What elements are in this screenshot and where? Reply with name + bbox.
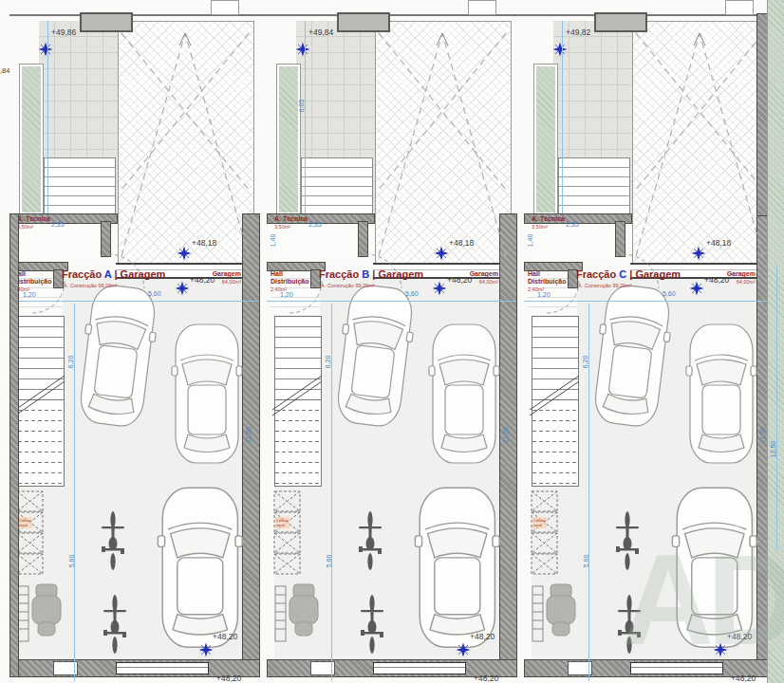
dim-line bbox=[776, 266, 777, 550]
dim-label: 1,20 bbox=[537, 291, 551, 298]
dim-label: 5,60 bbox=[583, 555, 589, 568]
exterior-left-wall bbox=[9, 213, 19, 677]
interior-stairs-solid bbox=[274, 316, 322, 401]
garage-room-area: 64,00m² bbox=[197, 279, 241, 285]
technical-room-label: A. Técnica bbox=[274, 215, 308, 223]
dim-line bbox=[47, 21, 48, 213]
elevation-label: +48,20 bbox=[216, 674, 241, 683]
dim-label: 11,50 bbox=[245, 427, 252, 443]
unit-title: Fracção A | Garagem bbox=[62, 268, 165, 280]
window-opening bbox=[373, 662, 466, 674]
dim-label: 2,35 bbox=[51, 221, 65, 228]
dim-line bbox=[9, 301, 258, 302]
unit-title: Fracção C | Garagem bbox=[576, 268, 681, 280]
construction-area-label: A. Construção 99,20m² bbox=[321, 283, 375, 288]
party-wall bbox=[242, 213, 260, 677]
exterior-stairs bbox=[44, 157, 116, 214]
elevation-label: +48,20 bbox=[727, 632, 752, 641]
exterior-stairs bbox=[558, 157, 630, 214]
garage-room-area: 64,00m² bbox=[712, 279, 756, 285]
elevation-label: +48,18 bbox=[192, 238, 216, 248]
technical-room-area: 3,50m² bbox=[274, 224, 290, 230]
elevation-label: +48,18 bbox=[449, 238, 474, 248]
elevation-label: +49,86 bbox=[51, 28, 76, 37]
dim-label: 11,50 bbox=[502, 427, 509, 443]
dim-label: 5,60 bbox=[326, 555, 332, 568]
dim-label: 12,50 bbox=[770, 441, 776, 458]
dim-label: 6,20 bbox=[67, 356, 74, 369]
elevation-label: +49,82 bbox=[566, 28, 590, 37]
top-opening bbox=[211, 0, 239, 15]
technical-room-label: A. Técnica bbox=[17, 215, 50, 223]
wall bbox=[358, 221, 368, 257]
interior-stairs-dashed bbox=[17, 399, 65, 487]
dim-label: 5,60 bbox=[663, 290, 676, 297]
planter-strip bbox=[534, 65, 557, 214]
elevation-label: +48,20 bbox=[731, 674, 756, 683]
dim-label: 1,40 bbox=[527, 234, 533, 248]
right-green-strip bbox=[767, 0, 784, 683]
dim-label: 1,20 bbox=[280, 291, 293, 298]
dim-line bbox=[267, 301, 515, 302]
exterior-stairs bbox=[301, 157, 373, 214]
elevation-label: +48,20 bbox=[213, 632, 237, 641]
dim-label: 1,20 bbox=[23, 291, 36, 298]
small-note: Colunaseca bbox=[18, 517, 32, 528]
technical-room-area: 3,50m² bbox=[17, 224, 33, 230]
floor-plan-canvas: +49,86 +48,18 +48,20 +48,20 +48,20 A. Té… bbox=[0, 0, 784, 683]
garage-room-label: Garagem bbox=[455, 270, 498, 278]
hall-label: HallDistribuição bbox=[271, 270, 308, 286]
technical-room-area: 3,50m² bbox=[532, 224, 548, 230]
elevation-label: +49,84 bbox=[308, 28, 333, 37]
interior-stairs-dashed bbox=[274, 399, 322, 487]
gate-block bbox=[594, 12, 647, 32]
dim-label: 6,20 bbox=[582, 356, 588, 369]
dim-label: 1,40 bbox=[270, 234, 276, 248]
technical-room-label: A. Técnica bbox=[532, 215, 565, 223]
dim-line bbox=[305, 21, 306, 213]
unit-title: Fracção B | Garagem bbox=[319, 268, 423, 280]
wall bbox=[615, 221, 625, 257]
wall bbox=[101, 221, 111, 257]
driveway-ramp bbox=[632, 21, 769, 265]
top-opening bbox=[725, 0, 754, 15]
driveway-ramp bbox=[118, 21, 254, 265]
dim-line bbox=[562, 21, 563, 213]
hall-label: HallDistribuição bbox=[13, 270, 51, 286]
party-wall bbox=[499, 213, 517, 677]
dim-label: 5,60 bbox=[68, 555, 75, 568]
interior-stairs-dashed bbox=[532, 399, 579, 487]
window-opening bbox=[630, 662, 723, 674]
garage-unit-a: +49,86 +48,18 +48,20 +48,20 +48,20 A. Té… bbox=[9, 0, 267, 683]
dim-label: 2,35 bbox=[308, 221, 322, 228]
dim-label: 6,20 bbox=[325, 356, 331, 369]
garage-room-area: 64,00m² bbox=[455, 279, 498, 285]
garage-unit-c: +49,82 +48,18 +48,20 +48,20 +48,20 A. Té… bbox=[524, 0, 781, 683]
dim-label: 6,05 bbox=[298, 100, 305, 113]
planter-strip bbox=[277, 65, 300, 214]
edge-elevation-partial: ,84 bbox=[0, 66, 9, 75]
interior-stairs-solid bbox=[17, 316, 65, 401]
small-note: Colunaseca bbox=[275, 517, 289, 528]
top-opening bbox=[468, 0, 496, 15]
dim-line bbox=[524, 301, 773, 302]
gate-block bbox=[80, 12, 133, 32]
elevation-label: +48,18 bbox=[706, 238, 731, 248]
gate-block bbox=[337, 12, 390, 32]
planter-strip bbox=[20, 65, 43, 214]
dim-label: 5,60 bbox=[148, 290, 161, 297]
elevation-label: +48,20 bbox=[474, 674, 498, 683]
construction-area-label: A. Construção 99,20m² bbox=[64, 283, 118, 288]
interior-stairs-solid bbox=[532, 316, 579, 401]
window-opening bbox=[116, 662, 209, 674]
garage-room-label: Garagem bbox=[712, 270, 756, 278]
small-note: Colunaseca bbox=[532, 517, 547, 528]
elevation-label: +48,20 bbox=[470, 632, 495, 641]
dim-label: 2,35 bbox=[566, 221, 579, 228]
construction-area-label: A. Construção 99,20m² bbox=[578, 283, 632, 288]
hall-label: HallDistribuição bbox=[528, 270, 566, 286]
driveway-ramp bbox=[375, 21, 512, 265]
garage-room-label: Garagem bbox=[197, 270, 241, 278]
garage-unit-b: +49,84 +48,18 +48,20 +48,20 +48,20 A. Té… bbox=[267, 0, 524, 683]
dim-label: 11,50 bbox=[759, 427, 766, 443]
